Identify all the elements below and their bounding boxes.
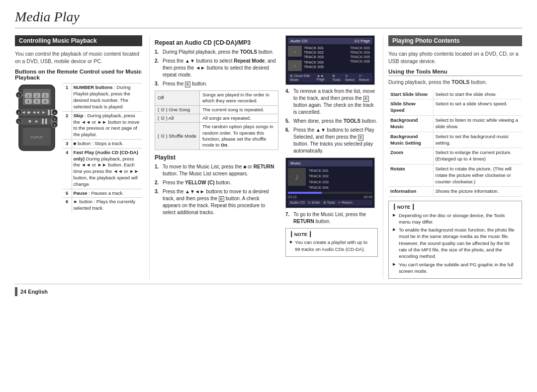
buttons-subsection-title: Buttons on the Remote Control used for M…	[15, 69, 142, 80]
svg-text:►◄: ►◄	[27, 110, 36, 115]
tools-desc-rotate: Select to rotate the picture. (This will…	[433, 164, 522, 186]
tools-label-rotate: Rotate	[388, 164, 433, 186]
track-thumb-2: ♪	[288, 60, 302, 71]
tools-menu-heading: Using the Tools Menu	[388, 69, 522, 76]
tools-label-information: Information	[388, 187, 433, 197]
music-player-bar: Audio CD ⊙ Enter ⊕ Tools ↩ Return	[288, 200, 372, 206]
svg-text:■: ■	[28, 119, 31, 124]
tools-desc-slide-show-speed: Select to set a slide show's speed.	[433, 99, 522, 116]
tools-menu-table: Start Slide Show Select to start the sli…	[388, 90, 522, 197]
legend-num-3: 3	[63, 139, 72, 148]
playing-photo-header: Playing Photo Contents	[388, 35, 522, 46]
right-note-item-1: ▶ Depending on the disc or storage devic…	[393, 212, 518, 226]
tools-label-background-music: Background Music	[388, 116, 433, 132]
legend-row-1: 1 NUMBER buttons : During Playlist playb…	[63, 83, 142, 111]
time-total: 05:45	[363, 195, 372, 199]
playing-photo-intro: You can play photo contents located on a…	[388, 50, 522, 65]
playlist-step-2: 2. Press the YELLOW (C) button.	[155, 179, 278, 186]
remote-area: 1 2 3 4 5 6 1	[15, 83, 142, 217]
tools-desc-background-music: Select to listen to music while viewing …	[433, 116, 522, 132]
right-note-list: ▶ Depending on the disc or storage devic…	[393, 212, 518, 275]
remote-svg: 1 2 3 4 5 6 1	[15, 83, 59, 153]
right-note-block: ┃ NOTE ┃ ▶ Depending on the disc or stor…	[388, 201, 522, 279]
legend-num-6: 6	[63, 198, 72, 213]
center-note-item-1: ▶ You can create a playlist with up to 9…	[290, 239, 373, 252]
controlling-music-intro: You can control the playback of music co…	[15, 50, 142, 65]
page-title: Media Play	[15, 9, 522, 28]
audio-cd-title: Audio CD 1/1 Page	[288, 38, 372, 44]
repeat-mode-off: Off Songs are played in the order in whi…	[155, 91, 278, 106]
mode-off-desc: Songs are played in the order in which t…	[200, 91, 278, 106]
legend-row-5: 5 Pause : Pauses a track.	[63, 189, 142, 198]
svg-text:▐▐: ▐▐	[41, 118, 47, 124]
playlist-step-3: 3. Press the ▲▼◄► buttons to move to a d…	[155, 188, 278, 216]
svg-text:►: ►	[35, 119, 39, 124]
tools-desc-zoom: Select to enlarge the current picture. (…	[433, 148, 522, 164]
center-note-block: ┃ NOTE ┃ ▶ You can create a playlist wit…	[285, 228, 378, 257]
legend-area: 1 NUMBER buttons : During Playlist playb…	[63, 83, 142, 217]
right-note-item-3: ▶ You can't enlarge the subtitle and PG …	[393, 261, 518, 275]
repeat-step-3: 3. Press the E button.	[155, 80, 278, 87]
right-note-title: ┃ NOTE ┃	[393, 204, 518, 210]
page-number: 24 English	[20, 289, 48, 295]
right-note-item-2: ▶ To enable the background music functio…	[393, 227, 518, 259]
playlist-step-1: 1. To move to the Music List, press the …	[155, 163, 278, 177]
legend-num-2: 2	[63, 111, 72, 139]
step-4: 4. To remove a track from the list, move…	[285, 88, 378, 116]
track-info-2: TRACK 004 TRACK 005	[304, 60, 324, 71]
svg-text:3: 3	[44, 94, 46, 97]
legend-desc-3: ■ button : Stops a track.	[72, 139, 142, 148]
step-7-list: 7. To go to the Music List, press the RE…	[285, 211, 378, 225]
music-player-content: ♪ TRACK 001 TRACK 002 TRACK 003 TRACK 00…	[288, 168, 372, 190]
legend-row-4: 4 Fast Play (Audio CD (CD-DA) only) Duri…	[63, 148, 142, 189]
step-5: 5. When done, press the TOOLS button.	[285, 118, 378, 125]
tools-row-information: Information Shows the picture informatio…	[388, 187, 522, 197]
mode-shuffle-desc: The random option plays songs in random …	[200, 123, 278, 150]
svg-text:►: ►	[42, 110, 46, 115]
footer-bar	[15, 287, 17, 296]
music-player-screenshot: Music ♪ TRACK 001 TRACK 002 TRACK 003 TR…	[285, 157, 375, 208]
mode-one-desc: The current song is repeated.	[200, 105, 278, 114]
tools-row-rotate: Rotate Select to rotate the picture. (Th…	[388, 164, 522, 186]
audio-cd-screenshot: Audio CD 1/1 Page ♪ TRACK 001 TRACK 002 …	[285, 35, 375, 85]
music-player-title: Music	[288, 160, 372, 166]
legend-table: 1 NUMBER buttons : During Playlist playb…	[63, 83, 142, 213]
playlist-heading: Playlist	[155, 154, 278, 161]
repeat-mode-shuffle: ( ⊙ ) Shuffle Mode The random option pla…	[155, 123, 278, 150]
repeat-mode-one: ( ⊙ ) One Song The current song is repea…	[155, 105, 278, 114]
tools-row-zoom: Zoom Select to enlarge the current pictu…	[388, 148, 522, 164]
audio-cd-tracks: ♪ TRACK 001 TRACK 002 TRACK 003 ♪ TRACK …	[288, 46, 372, 72]
right-column: Playing Photo Contents You can play phot…	[383, 35, 522, 279]
legend-num-5: 5	[63, 189, 72, 198]
tools-desc-information: Shows the picture information.	[433, 187, 522, 197]
progress-fill	[288, 192, 322, 194]
playback-time: 00:13 05:45	[288, 195, 372, 199]
legend-row-6: 6 ► button : Plays the currently selecte…	[63, 198, 142, 213]
legend-num-4: 4	[63, 148, 72, 189]
mode-shuffle-label: ( ⊙ ) Shuffle Mode	[155, 123, 200, 150]
tools-label-slide-show-speed: Slide Show Speed	[388, 99, 433, 116]
tools-row-start-slide-show: Start Slide Show Select to start the sli…	[388, 90, 522, 99]
mode-all-desc: All songs are repeated.	[200, 114, 278, 123]
step-6: 6. Press the ▲▼ buttons to select Play S…	[285, 127, 378, 155]
legend-desc-1: NUMBER buttons : During Playlist playbac…	[72, 83, 142, 111]
svg-text:6: 6	[44, 100, 46, 103]
svg-text:2: 2	[36, 94, 38, 97]
svg-text:1: 1	[27, 94, 29, 97]
svg-text:POPUP: POPUP	[31, 136, 43, 139]
legend-desc-4: Fast Play (Audio CD (CD-DA) only) During…	[72, 148, 142, 189]
audio-cd-bar: ⊗ Close Edit Mode ◄◄ Page ⊕ Tools ⊙ Sele…	[288, 73, 372, 82]
tools-row-background-music: Background Music Select to listen to mus…	[388, 116, 522, 132]
center-note-title: ┃ NOTE ┃	[290, 231, 373, 237]
svg-text:5: 5	[36, 100, 38, 103]
controlling-music-header: Controlling Music Playback	[15, 35, 142, 46]
center-left-column: Repeat an Audio CD (CD-DA)/MP3 1. During…	[149, 35, 283, 279]
legend-desc-6: ► button : Plays the currently selected …	[72, 198, 142, 213]
svg-text:4: 4	[27, 100, 29, 103]
svg-text:◄: ◄	[36, 110, 40, 115]
page-footer: 24 English	[15, 284, 522, 296]
repeat-steps-list: 1. During Playlist playback, press the T…	[155, 49, 278, 87]
legend-row-2: 2 Skip : During playback, press the ◄◄ o…	[63, 111, 142, 139]
track-thumb-1: ♪	[288, 46, 302, 57]
repeat-modes-table: Off Songs are played in the order in whi…	[155, 90, 278, 150]
